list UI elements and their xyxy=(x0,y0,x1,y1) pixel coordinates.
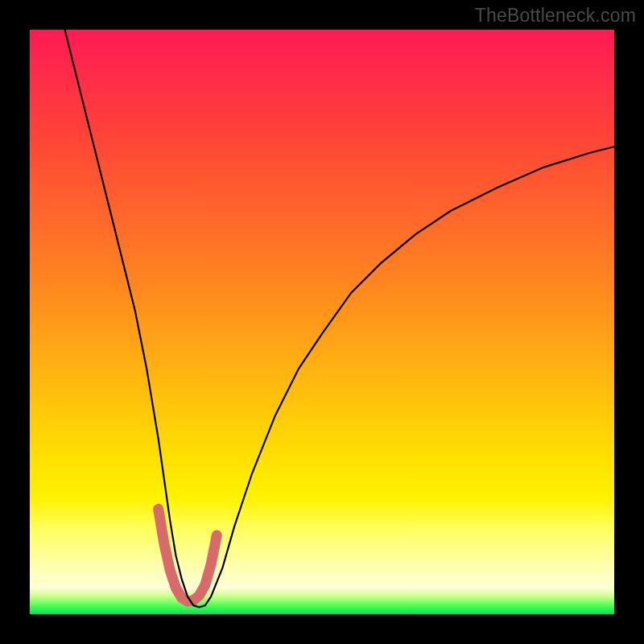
valley-highlight xyxy=(159,509,217,601)
plot-area xyxy=(30,30,614,614)
watermark-text: TheBottleneck.com xyxy=(475,5,636,27)
curve-layer xyxy=(30,30,614,614)
chart-frame: TheBottleneck.com xyxy=(0,0,644,644)
bottleneck-curve xyxy=(65,30,614,607)
